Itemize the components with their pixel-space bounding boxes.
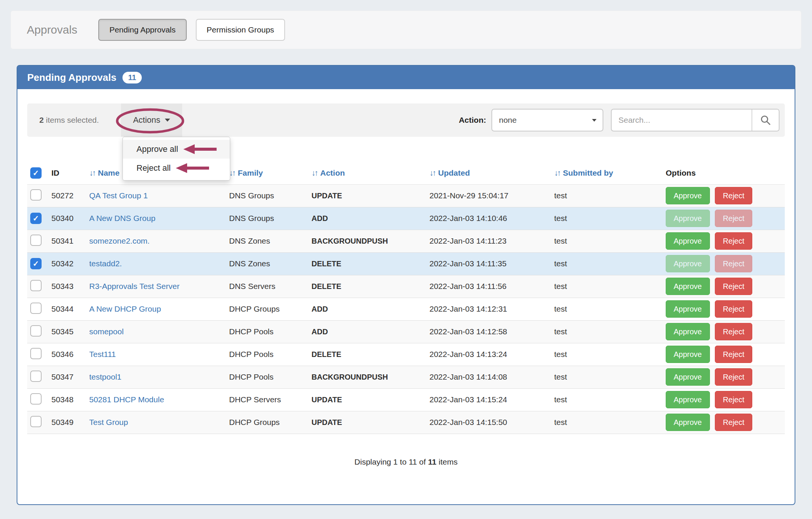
annotation-arrow-icon (176, 163, 209, 173)
row-name-link[interactable]: 50281 DHCP Module (89, 395, 164, 404)
column-header-updated[interactable]: ↓↑Updated (426, 162, 551, 184)
actions-dropdown-menu: Approve all Reject all (122, 137, 230, 181)
action-filter-select[interactable]: none (491, 109, 603, 131)
table-row: 50345 somepool DHCP Pools ADD 2022-Jan-0… (27, 320, 785, 343)
row-name-link[interactable]: somezone2.com. (89, 236, 150, 245)
row-name-link[interactable]: Test Group (89, 418, 128, 426)
row-submitted-by: test (551, 320, 663, 343)
row-checkbox[interactable] (30, 189, 42, 201)
row-checkbox[interactable]: ✓ (30, 258, 42, 269)
reject-button[interactable]: Reject (715, 323, 752, 340)
table-row: 50349 Test Group DHCP Groups UPDATE 2022… (27, 411, 785, 434)
row-checkbox[interactable] (30, 325, 42, 337)
tab-pending-approvals[interactable]: Pending Approvals (98, 19, 186, 41)
row-family: DHCP Pools (226, 366, 308, 388)
column-header-id: ID (48, 162, 86, 184)
action-filter-label: Action: (459, 116, 486, 125)
approve-button[interactable]: Approve (666, 368, 710, 386)
row-name-link[interactable]: A New DNS Group (89, 214, 155, 222)
row-checkbox[interactable]: ✓ (30, 213, 42, 224)
row-checkbox[interactable] (30, 235, 42, 246)
row-checkbox[interactable] (30, 393, 42, 405)
row-checkbox[interactable] (30, 416, 42, 427)
search-group (611, 109, 779, 131)
row-updated: 2022-Jan-03 14:11:23 (426, 230, 551, 252)
row-family: DNS Groups (226, 207, 308, 230)
reject-button[interactable]: Reject (715, 232, 752, 250)
row-name-link[interactable]: somepool (89, 327, 124, 336)
approve-button[interactable]: Approve (666, 255, 710, 272)
row-submitted-by: test (551, 343, 663, 366)
toolbar-right: Action: none (459, 109, 779, 131)
row-checkbox[interactable] (30, 303, 42, 314)
tab-permission-groups[interactable]: Permission Groups (196, 19, 285, 41)
column-header-family[interactable]: ↓↑Family (226, 162, 308, 184)
row-name-link[interactable]: QA Test Group 1 (89, 191, 148, 200)
sort-icon: ↓↑ (89, 168, 95, 177)
action-filter-value: none (499, 116, 517, 125)
actions-dropdown-button[interactable]: Actions (121, 103, 182, 137)
reject-button[interactable]: Reject (715, 278, 752, 295)
row-family: DHCP Groups (226, 411, 308, 434)
row-id: 50349 (48, 411, 86, 434)
reject-button[interactable]: Reject (715, 300, 752, 318)
row-action: BACKGROUNDPUSH (308, 230, 426, 252)
row-name-link[interactable]: A New DHCP Group (89, 304, 161, 313)
row-name-link[interactable]: Test111 (89, 350, 116, 358)
row-action: UPDATE (308, 184, 426, 207)
reject-button[interactable]: Reject (715, 368, 752, 386)
row-action: ADD (308, 320, 426, 343)
row-name-link[interactable]: testadd2. (89, 259, 122, 268)
row-checkbox[interactable] (30, 371, 42, 382)
row-checkbox[interactable] (30, 280, 42, 291)
row-action: ADD (308, 298, 426, 320)
approve-button[interactable]: Approve (666, 346, 710, 363)
row-action: UPDATE (308, 411, 426, 434)
row-checkbox[interactable] (30, 348, 42, 359)
search-button[interactable] (752, 110, 779, 131)
menu-item-approve-all[interactable]: Approve all (123, 140, 230, 159)
table-row: 50346 Test111 DHCP Pools DELETE 2022-Jan… (27, 343, 785, 366)
select-all-checkbox[interactable]: ✓ (30, 167, 42, 179)
approve-button[interactable]: Approve (666, 278, 710, 295)
row-action: DELETE (308, 252, 426, 275)
search-icon (760, 114, 771, 126)
row-action: UPDATE (308, 388, 426, 411)
row-action: DELETE (308, 343, 426, 366)
search-input[interactable] (612, 110, 752, 131)
row-family: DHCP Pools (226, 343, 308, 366)
approve-button[interactable]: Approve (666, 187, 710, 204)
approve-button[interactable]: Approve (666, 300, 710, 318)
approve-button[interactable]: Approve (666, 210, 710, 227)
table-body: 50272 QA Test Group 1 DNS Groups UPDATE … (27, 184, 785, 434)
approve-button[interactable]: Approve (666, 414, 710, 431)
reject-button[interactable]: Reject (715, 346, 752, 363)
panel-header: Pending Approvals 11 (17, 66, 795, 89)
row-name-link[interactable]: testpool1 (89, 372, 121, 381)
row-id: 50343 (48, 275, 86, 298)
approve-button[interactable]: Approve (666, 232, 710, 250)
reject-button[interactable]: Reject (715, 255, 752, 272)
menu-item-reject-all[interactable]: Reject all (123, 159, 230, 178)
row-updated: 2022-Jan-03 14:13:24 (426, 343, 551, 366)
panel-title: Pending Approvals (27, 72, 116, 83)
row-name-link[interactable]: R3-Approvals Test Server (89, 282, 180, 290)
approve-button[interactable]: Approve (666, 391, 710, 408)
row-updated: 2022-Jan-03 14:15:24 (426, 388, 551, 411)
sort-icon: ↓↑ (554, 168, 560, 177)
reject-button[interactable]: Reject (715, 414, 752, 431)
row-submitted-by: test (551, 207, 663, 230)
row-updated: 2022-Jan-03 14:12:31 (426, 298, 551, 320)
approve-button[interactable]: Approve (666, 323, 710, 340)
table-row: 50272 QA Test Group 1 DNS Groups UPDATE … (27, 184, 785, 207)
count-badge: 11 (122, 72, 142, 83)
reject-button[interactable]: Reject (715, 391, 752, 408)
row-updated: 2022-Jan-03 14:15:50 (426, 411, 551, 434)
row-family: DHCP Servers (226, 388, 308, 411)
column-header-action[interactable]: ↓↑Action (308, 162, 426, 184)
column-header-submitted-by[interactable]: ↓↑Submitted by (551, 162, 663, 184)
table-row: 50341 somezone2.com. DNS Zones BACKGROUN… (27, 230, 785, 252)
row-action: DELETE (308, 275, 426, 298)
reject-button[interactable]: Reject (715, 187, 752, 204)
reject-button[interactable]: Reject (715, 210, 752, 227)
